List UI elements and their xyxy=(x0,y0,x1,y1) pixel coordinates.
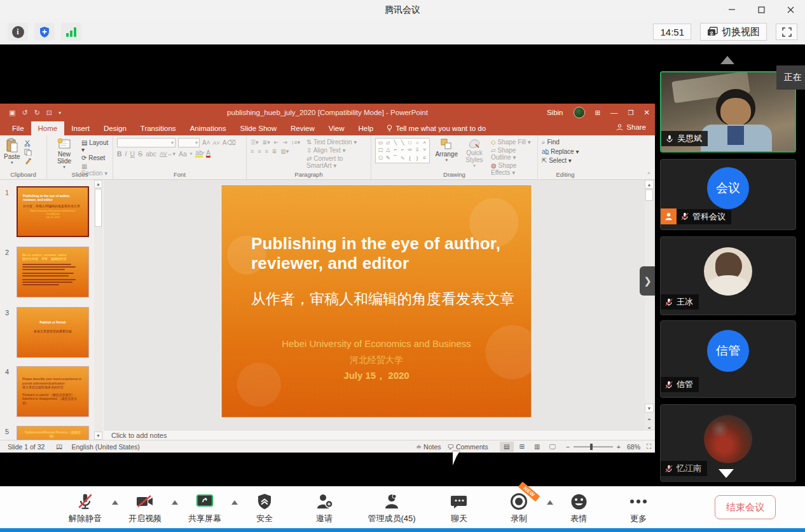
switch-view-button[interactable]: 切换视图 xyxy=(700,23,767,41)
notes-toggle[interactable]: ≐ Notes xyxy=(416,443,441,451)
tab-animations[interactable]: Animations xyxy=(183,121,233,135)
shape-fill-button[interactable]: ◇ Shape Fill ▾ xyxy=(491,139,533,146)
record-options-caret[interactable] xyxy=(547,500,553,505)
font-size-dropdown[interactable]: ▾ xyxy=(178,138,200,147)
maximize-icon[interactable] xyxy=(747,0,776,19)
arrange-button[interactable]: Arrange ▾ xyxy=(435,138,458,163)
more-button[interactable]: 更多 xyxy=(616,491,661,524)
tab-transitions[interactable]: Transitions xyxy=(134,121,183,135)
highlight-color-button[interactable]: ab̷ xyxy=(195,150,203,158)
find-button[interactable]: ⌕ Find xyxy=(542,139,589,146)
bullets-icon[interactable]: ☰▾ xyxy=(251,139,259,146)
network-signal-button[interactable] xyxy=(61,23,81,41)
quick-styles-button[interactable]: Quick Styles ▾ xyxy=(463,138,486,168)
ppt-restore-icon[interactable]: ❐ xyxy=(628,109,633,116)
shape-outline-button[interactable]: ▱ Shape Outline ▾ xyxy=(491,147,533,161)
copy-icon[interactable] xyxy=(24,149,32,156)
font-name-dropdown[interactable]: ▾ xyxy=(117,138,175,147)
spellcheck-icon[interactable]: 🕮 xyxy=(56,443,62,450)
fit-to-window-icon[interactable]: ⛶ xyxy=(647,443,651,451)
zoom-in-icon[interactable]: + xyxy=(617,443,621,451)
smartart-button[interactable]: ⇄ Convert to SmartArt ▾ xyxy=(306,155,367,169)
cut-icon[interactable] xyxy=(24,140,32,147)
align-left-icon[interactable]: ≡ xyxy=(251,148,254,154)
scroll-participants-up-icon[interactable] xyxy=(720,56,734,64)
paste-button[interactable]: Paste ▾ xyxy=(4,138,20,165)
bold-button[interactable]: B xyxy=(117,150,122,158)
slide-thumbnail-3[interactable]: Publish or Perish 发表文章是研究的重要目标 xyxy=(17,307,89,358)
shadow-button[interactable]: abc xyxy=(146,150,156,158)
slide-scroll-thumb[interactable] xyxy=(645,189,653,201)
shapes-gallery[interactable]: ▭▱╲╲□○˄ ▢△⌐⌐⇨⇩˅ ⬠✎⌒∿{}≡ xyxy=(375,138,430,163)
minimize-icon[interactable] xyxy=(717,0,747,19)
previous-slide-icon[interactable]: ⏶ xyxy=(645,415,654,424)
zoom-slider[interactable]: − + xyxy=(566,443,621,451)
format-painter-icon[interactable] xyxy=(24,158,32,165)
replace-button[interactable]: ab̲ Replace ▾ xyxy=(542,148,589,155)
chat-button[interactable]: 聊天 xyxy=(436,491,482,524)
slideshow-view-icon[interactable]: 🖵 xyxy=(546,442,560,452)
underline-button[interactable]: U xyxy=(130,150,135,158)
change-case-button[interactable]: Aa xyxy=(179,150,187,158)
tab-slideshow[interactable]: Slide Show xyxy=(233,121,284,135)
thumbnail-scrollbar[interactable]: ▲ ▼ xyxy=(94,180,102,440)
tab-file[interactable]: File xyxy=(5,121,31,135)
numbering-icon[interactable]: ≣▾ xyxy=(263,139,270,146)
audio-options-caret[interactable] xyxy=(112,500,118,505)
slide-thumbnail-1[interactable]: Publishing in the eye of author, reviewe… xyxy=(17,186,89,237)
collapse-ribbon-icon[interactable]: ⌃ xyxy=(646,172,651,178)
slide-scroll-up-icon[interactable]: ▲ xyxy=(645,180,654,189)
thumb-scroll-up-icon[interactable]: ▲ xyxy=(94,180,102,188)
participant-tile-wusibin[interactable]: 吴思斌 xyxy=(660,71,796,153)
select-button[interactable]: ⇱ Select ▾ xyxy=(542,157,589,164)
start-video-button[interactable]: 开启视频 xyxy=(122,491,168,524)
char-spacing-button[interactable]: AV↔▾ xyxy=(160,151,175,157)
italic-button[interactable]: I xyxy=(125,150,127,158)
normal-view-icon[interactable]: ▤ xyxy=(500,442,514,452)
record-button[interactable]: 录制 NEW xyxy=(496,491,542,524)
justify-icon[interactable]: ≣ xyxy=(272,148,277,154)
notes-pane[interactable]: Click to add notes xyxy=(104,430,655,440)
scroll-participants-down-icon[interactable] xyxy=(719,469,734,478)
participant-tile-wangbing[interactable]: 王冰 xyxy=(660,236,796,315)
tab-review[interactable]: Review xyxy=(284,121,322,135)
tab-design[interactable]: Design xyxy=(97,121,134,135)
grow-font-icon[interactable]: A˄ xyxy=(202,139,210,146)
thumb-scroll-thumb[interactable] xyxy=(95,189,102,227)
tab-home[interactable]: Home xyxy=(31,121,65,135)
emoji-button[interactable]: 表情 xyxy=(556,491,602,524)
zoom-percent[interactable]: 68% xyxy=(627,443,640,451)
current-slide[interactable]: Publishing in the eye of author, reviewe… xyxy=(221,185,532,418)
thumb-scroll-down-icon[interactable]: ▼ xyxy=(94,432,102,440)
increase-indent-icon[interactable]: ⇥ xyxy=(282,139,287,146)
zoom-slider-thumb[interactable] xyxy=(590,444,593,450)
manage-members-button[interactable]: 管理成员(45) xyxy=(361,491,422,524)
participant-tile-xinguan[interactable]: 信管 信管 xyxy=(660,320,796,398)
ribbon-display-options-icon[interactable]: ⊞ xyxy=(595,109,600,116)
layout-button[interactable]: ▤ Layout ▾ xyxy=(81,139,109,153)
slide-thumbnail-2[interactable]: Me as author, reviewer, editor 我作为作者、评审、… xyxy=(17,247,89,297)
align-right-icon[interactable]: ≡ xyxy=(265,148,268,154)
tab-insert[interactable]: Insert xyxy=(64,121,97,135)
tell-me-box[interactable]: Tell me what you want to do xyxy=(380,121,492,135)
close-icon[interactable] xyxy=(776,0,805,19)
end-meeting-button[interactable]: 结束会议 xyxy=(715,495,776,519)
sidebar-collapse-handle[interactable]: ❯ xyxy=(640,266,656,296)
shrink-font-icon[interactable]: A˅ xyxy=(213,140,220,146)
share-options-caret[interactable] xyxy=(231,500,238,505)
slide-sorter-icon[interactable]: ⊞ xyxy=(515,442,529,452)
security-button[interactable]: 安全 xyxy=(242,491,287,524)
line-spacing-icon[interactable]: ↕≡▾ xyxy=(291,139,300,146)
text-direction-button[interactable]: ⇅ Text Direction ▾ xyxy=(306,139,367,146)
align-text-button[interactable]: ⇳ Align Text ▾ xyxy=(306,147,367,154)
unmute-button[interactable]: 解除静音 xyxy=(62,491,108,524)
slide-thumbnail-5[interactable]: Submission/Review Process（投稿过程） xyxy=(17,426,89,440)
zoom-out-icon[interactable]: − xyxy=(566,443,570,451)
meeting-info-button[interactable]: i xyxy=(8,23,28,41)
align-center-icon[interactable]: ≡ xyxy=(258,148,261,154)
tab-help[interactable]: Help xyxy=(352,121,381,135)
invite-button[interactable]: 邀请 xyxy=(301,491,347,524)
fullscreen-button[interactable] xyxy=(776,24,797,40)
ppt-minimize-icon[interactable]: — xyxy=(610,109,618,116)
share-screen-button[interactable]: 共享屏幕 xyxy=(182,491,228,524)
